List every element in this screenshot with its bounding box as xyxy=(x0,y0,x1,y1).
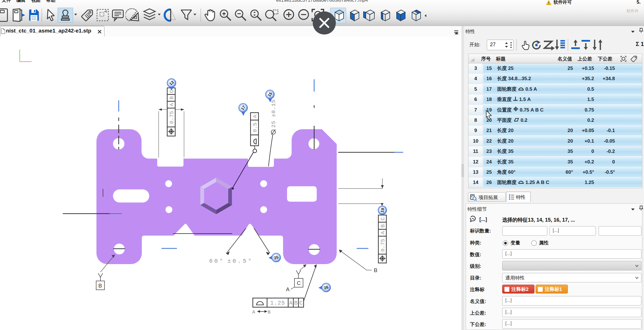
svg-text:25 ±0.15: 25 ±0.15 xyxy=(270,99,277,127)
svg-text:B: B xyxy=(294,300,298,306)
svg-text:A: A xyxy=(252,115,258,118)
svg-text:B: B xyxy=(98,283,102,289)
svg-text:C: C xyxy=(169,90,175,93)
svg-text:B: B xyxy=(169,96,175,99)
svg-text:19: 19 xyxy=(380,208,385,213)
svg-text:0.5: 0.5 xyxy=(252,123,258,132)
svg-text:0.75: 0.75 xyxy=(169,111,175,124)
svg-text:A: A xyxy=(169,103,175,106)
svg-text:B: B xyxy=(380,224,386,227)
svg-text:C: C xyxy=(297,280,301,286)
svg-text:C: C xyxy=(380,217,386,220)
svg-text:1.25: 1.25 xyxy=(270,300,285,306)
svg-text:A: A xyxy=(286,286,290,292)
svg-text:B: B xyxy=(268,309,270,315)
svg-text:C: C xyxy=(299,300,303,306)
svg-text:B: B xyxy=(374,267,377,273)
svg-text:A: A xyxy=(380,231,386,234)
svg-text:A: A xyxy=(289,300,292,306)
svg-text:60° ±0.5°: 60° ±0.5° xyxy=(209,258,253,264)
svg-text:0.75: 0.75 xyxy=(380,239,386,252)
svg-text:A: A xyxy=(252,309,255,315)
